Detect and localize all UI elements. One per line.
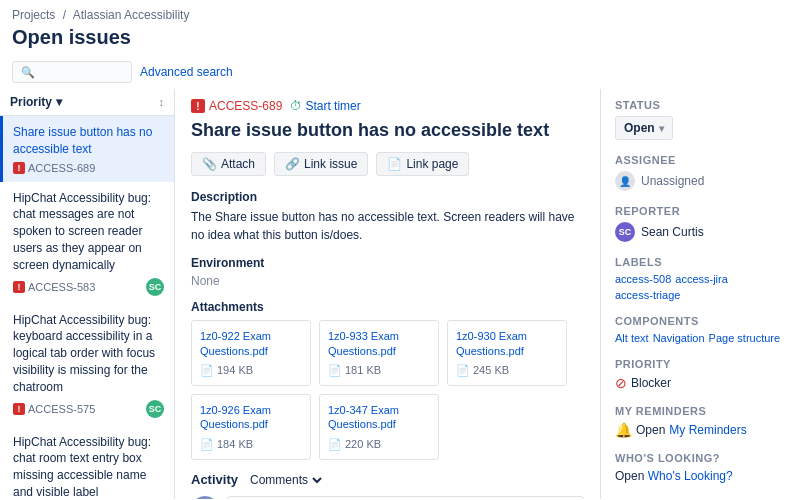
attachment-2[interactable]: 1z0-930 Exam Questions.pdf 📄 245 KB bbox=[447, 320, 567, 386]
description-label: Description bbox=[191, 190, 584, 204]
attachment-size-3: 📄 184 KB bbox=[200, 438, 302, 451]
comment-avatar: SC bbox=[191, 496, 219, 499]
description-text: The Share issue button has no accessible… bbox=[191, 208, 584, 244]
attachment-3[interactable]: 1z0-926 Exam Questions.pdf 📄 184 KB bbox=[191, 394, 311, 460]
reporter-value: Sean Curtis bbox=[641, 225, 704, 239]
component-2[interactable]: Page structure bbox=[709, 332, 781, 344]
whos-looking-label: WHO'S LOOKING? bbox=[615, 452, 786, 464]
component-1[interactable]: Navigation bbox=[653, 332, 705, 344]
link-issue-button[interactable]: 🔗 Link issue bbox=[274, 152, 368, 176]
issue-title: Share issue button has no accessible tex… bbox=[191, 119, 584, 142]
components-row: Alt text Navigation Page structure bbox=[615, 332, 786, 344]
breadcrumb: Projects / Atlassian Accessibility bbox=[0, 0, 800, 24]
link-issue-label: Link issue bbox=[304, 157, 357, 171]
sidebar: Priority ▾ ↕ Share issue button has no a… bbox=[0, 89, 175, 499]
search-icon: 🔍 bbox=[21, 66, 35, 79]
blocker-icon: ⊘ bbox=[615, 375, 627, 391]
attachment-size-4: 📄 220 KB bbox=[328, 438, 430, 451]
status-section: STATUS Open ▾ bbox=[615, 99, 786, 140]
file-icon-3: 📄 bbox=[200, 438, 214, 451]
assignee-label: ASSIGNEE bbox=[615, 154, 786, 166]
comment-input-wrap[interactable] bbox=[227, 496, 584, 499]
link-page-button[interactable]: 📄 Link page bbox=[376, 152, 469, 176]
whos-looking-row: Open Who's Looking? bbox=[615, 469, 786, 483]
reporter-section: REPORTER SC Sean Curtis bbox=[615, 205, 786, 242]
description-section: Description The Share issue button has n… bbox=[191, 190, 584, 244]
reminder-row: 🔔 Open My Reminders bbox=[615, 422, 786, 438]
sidebar-item-2[interactable]: HipChat Accessibility bug: keyboard acce… bbox=[0, 304, 174, 426]
timer-icon: ⏱ bbox=[290, 99, 302, 113]
projects-link[interactable]: Projects bbox=[12, 8, 55, 22]
labels-row: access-508 access-jira access-triage bbox=[615, 273, 786, 301]
attachments-grid: 1z0-922 Exam Questions.pdf 📄 194 KB 1z0-… bbox=[191, 320, 584, 459]
link-page-icon: 📄 bbox=[387, 157, 402, 171]
component-0[interactable]: Alt text bbox=[615, 332, 649, 344]
sidebar-item-1[interactable]: HipChat Accessibility bug: chat messages… bbox=[0, 182, 174, 304]
sidebar-item-0[interactable]: Share issue button has no accessible tex… bbox=[0, 116, 174, 182]
attachments-section: Attachments 1z0-922 Exam Questions.pdf 📄… bbox=[191, 300, 584, 459]
attachments-label: Attachments bbox=[191, 300, 584, 314]
priority-filter[interactable]: Priority ▾ bbox=[10, 95, 62, 109]
link-issue-icon: 🔗 bbox=[285, 157, 300, 171]
reporter-label: REPORTER bbox=[615, 205, 786, 217]
start-timer-label: Start timer bbox=[305, 99, 360, 113]
issue-id-text-0: ACCESS-689 bbox=[28, 162, 95, 174]
file-icon-4: 📄 bbox=[328, 438, 342, 451]
search-input[interactable] bbox=[39, 65, 119, 79]
activity-title: Activity bbox=[191, 472, 238, 487]
reminders-section: MY REMINDERS 🔔 Open My Reminders bbox=[615, 405, 786, 438]
label-1[interactable]: access-jira bbox=[675, 273, 728, 285]
search-input-wrap[interactable]: 🔍 bbox=[12, 61, 132, 83]
priority-row: ⊘ Blocker bbox=[615, 375, 786, 391]
avatar-2: SC bbox=[146, 400, 164, 418]
components-label: COMPONENTS bbox=[615, 315, 786, 327]
reminders-label: MY REMINDERS bbox=[615, 405, 786, 417]
advanced-search-link[interactable]: Advanced search bbox=[140, 65, 233, 79]
timestamps-section: Created April 15, 2016, 5:06 AM Updated … bbox=[615, 497, 786, 499]
activity-section: Activity Comments SC Pro tip: press M to… bbox=[191, 472, 584, 499]
attachment-name-1: 1z0-933 Exam Questions.pdf bbox=[328, 329, 430, 358]
main-layout: Priority ▾ ↕ Share issue button has no a… bbox=[0, 89, 800, 499]
reporter-row: SC Sean Curtis bbox=[615, 222, 786, 242]
issue-id-2: ACCESS-575 bbox=[13, 403, 95, 415]
environment-section: Environment None bbox=[191, 256, 584, 288]
priority-section: PRIORITY ⊘ Blocker bbox=[615, 358, 786, 391]
environment-value: None bbox=[191, 274, 584, 288]
reminders-value: Open bbox=[636, 423, 665, 437]
assignee-row: 👤 Unassigned bbox=[615, 171, 786, 191]
sort-icon[interactable]: ↕ bbox=[159, 96, 165, 108]
priority-chevron-icon: ▾ bbox=[56, 95, 62, 109]
status-label: STATUS bbox=[615, 99, 786, 111]
whos-looking-value: Open bbox=[615, 469, 644, 483]
attachment-1[interactable]: 1z0-933 Exam Questions.pdf 📄 181 KB bbox=[319, 320, 439, 386]
attachment-4[interactable]: 1z0-347 Exam Questions.pdf 📄 220 KB bbox=[319, 394, 439, 460]
label-2[interactable]: access-triage bbox=[615, 289, 680, 301]
sidebar-item-meta-2: ACCESS-575 SC bbox=[13, 400, 164, 418]
attachment-size-2: 📄 245 KB bbox=[456, 364, 558, 377]
main-content: ! ACCESS-689 ⏱ Start timer Share issue b… bbox=[175, 89, 600, 499]
attachment-size-1: 📄 181 KB bbox=[328, 364, 430, 377]
bell-icon: 🔔 bbox=[615, 422, 632, 438]
sidebar-item-meta-1: ACCESS-583 SC bbox=[13, 278, 164, 296]
my-reminders-link[interactable]: My Reminders bbox=[669, 423, 746, 437]
sidebar-item-3[interactable]: HipChat Accessibility bug: chat room tex… bbox=[0, 426, 174, 499]
activity-comments-select[interactable]: Comments bbox=[246, 472, 325, 488]
components-section: COMPONENTS Alt text Navigation Page stru… bbox=[615, 315, 786, 344]
attach-button[interactable]: 📎 Attach bbox=[191, 152, 266, 176]
attachment-size-0: 📄 194 KB bbox=[200, 364, 302, 377]
issue-id-1: ACCESS-583 bbox=[13, 281, 95, 293]
status-button[interactable]: Open ▾ bbox=[615, 116, 673, 140]
bug-icon-1 bbox=[13, 281, 25, 293]
reporter-avatar: SC bbox=[615, 222, 635, 242]
project-link[interactable]: Atlassian Accessibility bbox=[73, 8, 190, 22]
label-0[interactable]: access-508 bbox=[615, 273, 671, 285]
created-date: Created April 15, 2016, 5:06 AM bbox=[615, 497, 786, 499]
start-timer-btn[interactable]: ⏱ Start timer bbox=[290, 99, 360, 113]
attachment-0[interactable]: 1z0-922 Exam Questions.pdf 📄 194 KB bbox=[191, 320, 311, 386]
search-bar: 🔍 Advanced search bbox=[0, 57, 800, 89]
action-bar: 📎 Attach 🔗 Link issue 📄 Link page bbox=[191, 152, 584, 176]
whos-looking-link[interactable]: Who's Looking? bbox=[648, 469, 733, 483]
priority-value: Blocker bbox=[631, 376, 671, 390]
environment-label: Environment bbox=[191, 256, 584, 270]
issue-id-text-2: ACCESS-575 bbox=[28, 403, 95, 415]
